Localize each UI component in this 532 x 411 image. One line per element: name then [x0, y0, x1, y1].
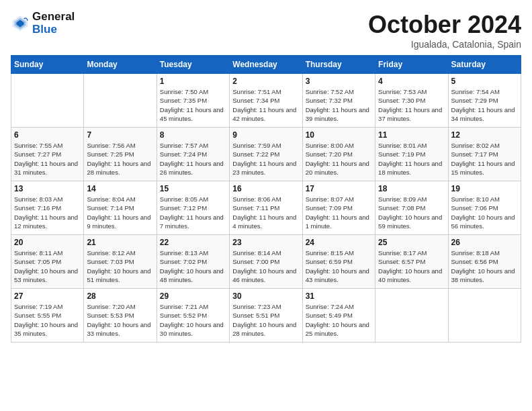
calendar-cell: 19Sunrise: 8:10 AM Sunset: 7:06 PM Dayli… [448, 181, 521, 235]
calendar-cell: 21Sunrise: 8:12 AM Sunset: 7:03 PM Dayli… [84, 235, 157, 289]
calendar-subtitle: Igualada, Catalonia, Spain [368, 39, 521, 50]
day-number: 13 [14, 184, 81, 193]
day-info: Sunrise: 7:59 AM Sunset: 7:22 PM Dayligh… [232, 141, 299, 177]
day-number: 10 [306, 130, 372, 140]
calendar-cell: 26Sunrise: 8:18 AM Sunset: 6:56 PM Dayli… [448, 235, 521, 289]
calendar-cell: 25Sunrise: 8:17 AM Sunset: 6:57 PM Dayli… [375, 235, 448, 289]
day-number: 26 [451, 238, 518, 247]
day-info: Sunrise: 8:03 AM Sunset: 7:16 PM Dayligh… [14, 195, 81, 230]
day-info: Sunrise: 7:57 AM Sunset: 7:24 PM Dayligh… [160, 141, 226, 177]
day-number: 12 [451, 130, 518, 140]
calendar-title: October 2024 [368, 11, 521, 39]
calendar-cell: 9Sunrise: 7:59 AM Sunset: 7:22 PM Daylig… [230, 128, 302, 181]
calendar-cell: 23Sunrise: 8:14 AM Sunset: 7:00 PM Dayli… [230, 235, 302, 289]
calendar-cell [84, 74, 157, 128]
day-number: 22 [160, 238, 226, 247]
day-number: 14 [87, 184, 153, 193]
weekday-header-sunday: Sunday [11, 56, 84, 74]
day-number: 28 [87, 291, 153, 301]
day-info: Sunrise: 7:53 AM Sunset: 7:30 PM Dayligh… [378, 87, 445, 123]
day-number: 8 [160, 130, 226, 140]
weekday-header-saturday: Saturday [448, 56, 521, 74]
calendar-cell: 11Sunrise: 8:01 AM Sunset: 7:19 PM Dayli… [375, 128, 448, 181]
calendar-table: SundayMondayTuesdayWednesdayThursdayFrid… [11, 55, 521, 342]
calendar-cell: 22Sunrise: 8:13 AM Sunset: 7:02 PM Dayli… [157, 235, 229, 289]
day-number: 25 [378, 238, 445, 247]
logo: General Blue [11, 11, 75, 36]
calendar-cell: 20Sunrise: 8:11 AM Sunset: 7:05 PM Dayli… [11, 235, 84, 289]
calendar-cell [11, 74, 84, 128]
day-number: 21 [87, 238, 153, 247]
day-number: 19 [451, 184, 518, 193]
logo-icon [11, 14, 30, 33]
day-info: Sunrise: 8:00 AM Sunset: 7:20 PM Dayligh… [306, 141, 372, 177]
day-info: Sunrise: 8:13 AM Sunset: 7:02 PM Dayligh… [160, 248, 226, 284]
calendar-cell: 4Sunrise: 7:53 AM Sunset: 7:30 PM Daylig… [375, 74, 448, 128]
calendar-cell: 27Sunrise: 7:19 AM Sunset: 5:55 PM Dayli… [11, 289, 84, 342]
day-info: Sunrise: 8:09 AM Sunset: 7:08 PM Dayligh… [378, 195, 445, 230]
day-info: Sunrise: 7:24 AM Sunset: 5:49 PM Dayligh… [306, 302, 372, 338]
day-number: 31 [306, 291, 372, 301]
calendar-cell: 24Sunrise: 8:15 AM Sunset: 6:59 PM Dayli… [302, 235, 375, 289]
calendar-cell [375, 289, 448, 342]
calendar-cell: 17Sunrise: 8:07 AM Sunset: 7:09 PM Dayli… [302, 181, 375, 235]
weekday-header-monday: Monday [84, 56, 157, 74]
day-number: 2 [232, 77, 299, 86]
day-info: Sunrise: 8:10 AM Sunset: 7:06 PM Dayligh… [451, 195, 518, 230]
day-info: Sunrise: 8:11 AM Sunset: 7:05 PM Dayligh… [14, 248, 81, 284]
day-number: 24 [306, 238, 372, 247]
day-number: 27 [14, 291, 81, 301]
day-number: 1 [160, 77, 226, 86]
logo-line1: General [32, 11, 75, 24]
day-number: 17 [306, 184, 372, 193]
calendar-cell: 5Sunrise: 7:54 AM Sunset: 7:29 PM Daylig… [448, 74, 521, 128]
day-info: Sunrise: 8:14 AM Sunset: 7:00 PM Dayligh… [232, 248, 299, 284]
day-number: 29 [160, 291, 226, 301]
week-row-4: 20Sunrise: 8:11 AM Sunset: 7:05 PM Dayli… [11, 235, 521, 289]
day-number: 15 [160, 184, 226, 193]
calendar-cell: 28Sunrise: 7:20 AM Sunset: 5:53 PM Dayli… [84, 289, 157, 342]
day-number: 16 [232, 184, 299, 193]
calendar-cell: 12Sunrise: 8:02 AM Sunset: 7:17 PM Dayli… [448, 128, 521, 181]
day-info: Sunrise: 8:12 AM Sunset: 7:03 PM Dayligh… [87, 248, 153, 284]
calendar-cell: 1Sunrise: 7:50 AM Sunset: 7:35 PM Daylig… [157, 74, 229, 128]
calendar-cell: 31Sunrise: 7:24 AM Sunset: 5:49 PM Dayli… [302, 289, 375, 342]
weekday-header-wednesday: Wednesday [230, 56, 302, 74]
weekday-header-friday: Friday [375, 56, 448, 74]
day-number: 7 [87, 130, 153, 140]
day-info: Sunrise: 8:01 AM Sunset: 7:19 PM Dayligh… [378, 141, 445, 177]
day-number: 4 [378, 77, 445, 86]
day-info: Sunrise: 7:55 AM Sunset: 7:27 PM Dayligh… [14, 141, 81, 177]
week-row-2: 6Sunrise: 7:55 AM Sunset: 7:27 PM Daylig… [11, 128, 521, 181]
calendar-cell: 2Sunrise: 7:51 AM Sunset: 7:34 PM Daylig… [230, 74, 302, 128]
calendar-cell: 7Sunrise: 7:56 AM Sunset: 7:25 PM Daylig… [84, 128, 157, 181]
calendar-cell: 13Sunrise: 8:03 AM Sunset: 7:16 PM Dayli… [11, 181, 84, 235]
calendar-cell: 3Sunrise: 7:52 AM Sunset: 7:32 PM Daylig… [302, 74, 375, 128]
calendar-cell: 8Sunrise: 7:57 AM Sunset: 7:24 PM Daylig… [157, 128, 229, 181]
week-row-3: 13Sunrise: 8:03 AM Sunset: 7:16 PM Dayli… [11, 181, 521, 235]
day-info: Sunrise: 7:20 AM Sunset: 5:53 PM Dayligh… [87, 302, 153, 338]
day-number: 11 [378, 130, 445, 140]
weekday-header-row: SundayMondayTuesdayWednesdayThursdayFrid… [11, 56, 521, 74]
week-row-1: 1Sunrise: 7:50 AM Sunset: 7:35 PM Daylig… [11, 74, 521, 128]
day-number: 20 [14, 238, 81, 247]
calendar-cell: 6Sunrise: 7:55 AM Sunset: 7:27 PM Daylig… [11, 128, 84, 181]
calendar-cell [448, 289, 521, 342]
day-number: 5 [451, 77, 518, 86]
logo-line2: Blue [32, 24, 75, 36]
day-info: Sunrise: 7:52 AM Sunset: 7:32 PM Dayligh… [306, 87, 372, 123]
day-info: Sunrise: 8:18 AM Sunset: 6:56 PM Dayligh… [451, 248, 518, 284]
day-info: Sunrise: 7:23 AM Sunset: 5:51 PM Dayligh… [232, 302, 299, 338]
day-info: Sunrise: 7:21 AM Sunset: 5:52 PM Dayligh… [160, 302, 226, 338]
calendar-cell: 14Sunrise: 8:04 AM Sunset: 7:14 PM Dayli… [84, 181, 157, 235]
day-info: Sunrise: 7:50 AM Sunset: 7:35 PM Dayligh… [160, 87, 226, 123]
day-info: Sunrise: 8:06 AM Sunset: 7:11 PM Dayligh… [232, 195, 299, 230]
title-area: October 2024 Igualada, Catalonia, Spain [368, 11, 521, 50]
day-info: Sunrise: 7:56 AM Sunset: 7:25 PM Dayligh… [87, 141, 153, 177]
day-number: 23 [232, 238, 299, 247]
day-info: Sunrise: 8:07 AM Sunset: 7:09 PM Dayligh… [306, 195, 372, 230]
weekday-header-thursday: Thursday [302, 56, 375, 74]
day-number: 9 [232, 130, 299, 140]
weekday-header-tuesday: Tuesday [157, 56, 229, 74]
day-info: Sunrise: 8:04 AM Sunset: 7:14 PM Dayligh… [87, 195, 153, 230]
